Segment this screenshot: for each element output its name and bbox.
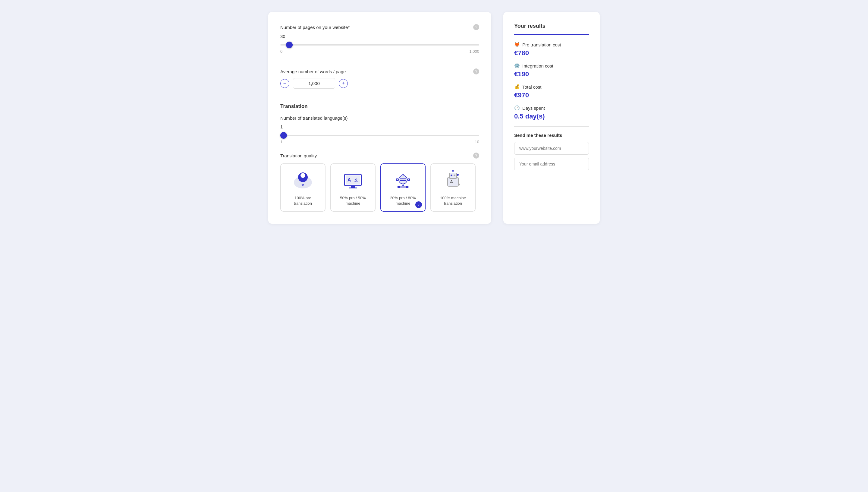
languages-max-label: 10 bbox=[475, 140, 479, 144]
languages-section-header: Number of translated language(s) bbox=[280, 116, 479, 121]
machine100-icon: A bbox=[441, 169, 465, 193]
pro-translation-text: Pro translation cost bbox=[522, 42, 561, 47]
divider-1 bbox=[280, 61, 479, 61]
results-title: Your results bbox=[514, 23, 589, 29]
email-input[interactable] bbox=[514, 158, 589, 170]
pages-help-icon[interactable]: ? bbox=[473, 24, 479, 30]
quality-cards-container: 100% pro translation A 文 bbox=[280, 164, 479, 212]
words-input[interactable] bbox=[293, 78, 335, 89]
pro100-label: 100% pro translation bbox=[286, 195, 320, 206]
pages-slider-limits: 0 1,000 bbox=[280, 49, 479, 54]
days-emoji: 🕐 bbox=[514, 105, 520, 110]
svg-rect-12 bbox=[396, 179, 398, 180]
days-result: 🕐 Days spent 0.5 day(s) bbox=[514, 105, 589, 120]
svg-point-28 bbox=[458, 183, 460, 186]
integration-value: €190 bbox=[514, 70, 589, 78]
integration-label: ⚙️ Integration cost bbox=[514, 63, 589, 69]
svg-rect-19 bbox=[399, 186, 407, 188]
languages-slider-limits: 1 10 bbox=[280, 140, 479, 144]
svg-text:文: 文 bbox=[354, 177, 358, 182]
svg-point-2 bbox=[301, 173, 305, 178]
svg-rect-15 bbox=[400, 180, 406, 181]
pro-translation-value: €780 bbox=[514, 49, 589, 57]
total-result: 💰 Total cost €970 bbox=[514, 84, 589, 99]
quality-label: Translation quality bbox=[280, 153, 317, 158]
svg-point-23 bbox=[454, 175, 455, 176]
svg-point-9 bbox=[399, 175, 407, 184]
words-stepper-row: − + bbox=[280, 78, 479, 89]
svg-point-27 bbox=[457, 174, 459, 176]
svg-rect-14 bbox=[400, 178, 406, 179]
quality-help-icon[interactable]: ? bbox=[473, 152, 479, 158]
send-results-label: Send me these results bbox=[514, 133, 589, 138]
svg-rect-21 bbox=[450, 173, 457, 178]
pro50-label: 50% pro / 50% machine bbox=[336, 195, 370, 206]
integration-result: ⚙️ Integration cost €190 bbox=[514, 63, 589, 78]
words-label: Average number of words / page bbox=[280, 69, 346, 74]
quality-card-pro20[interactable]: 20% pro / 80% machine ✓ bbox=[380, 164, 426, 212]
pro20-icon bbox=[391, 169, 415, 193]
total-text: Total cost bbox=[522, 84, 541, 90]
website-input[interactable] bbox=[514, 142, 589, 155]
quality-section-header: Translation quality ? bbox=[280, 152, 479, 158]
svg-text:A: A bbox=[450, 179, 453, 184]
pro-translation-emoji: 🦊 bbox=[514, 42, 520, 47]
main-panel: Number of pages on your website* ? 30 0 … bbox=[268, 12, 491, 224]
results-panel: Your results 🦊 Pro translation cost €780… bbox=[503, 12, 600, 224]
pro-translation-label: 🦊 Pro translation cost bbox=[514, 42, 589, 47]
pages-value: 30 bbox=[280, 34, 479, 39]
svg-rect-13 bbox=[408, 179, 410, 180]
quality-card-pro50[interactable]: A 文 50% pro / 50% machine bbox=[330, 164, 376, 212]
words-section-header: Average number of words / page ? bbox=[280, 69, 479, 74]
days-label: 🕐 Days spent bbox=[514, 105, 589, 110]
total-emoji: 💰 bbox=[514, 84, 520, 90]
pages-slider[interactable] bbox=[280, 44, 479, 46]
svg-rect-10 bbox=[402, 174, 404, 176]
results-bottom-divider bbox=[514, 126, 589, 127]
quality-card-pro100[interactable]: 100% pro translation bbox=[280, 164, 326, 212]
pages-min-label: 0 bbox=[280, 49, 282, 54]
pro100-icon bbox=[291, 169, 315, 193]
words-help-icon[interactable]: ? bbox=[473, 69, 479, 74]
total-value: €970 bbox=[514, 91, 589, 99]
languages-label: Number of translated language(s) bbox=[280, 116, 348, 121]
svg-point-25 bbox=[452, 170, 454, 172]
svg-rect-11 bbox=[402, 184, 404, 186]
svg-rect-8 bbox=[349, 188, 357, 189]
words-increment-button[interactable]: + bbox=[339, 79, 348, 88]
languages-slider-container: 1 10 bbox=[280, 132, 479, 144]
languages-value: 1 bbox=[280, 124, 479, 129]
languages-slider[interactable] bbox=[280, 135, 479, 136]
pages-label: Number of pages on your website* bbox=[280, 25, 350, 30]
pro20-checkmark: ✓ bbox=[415, 201, 422, 208]
pages-slider-container: 0 1,000 bbox=[280, 41, 479, 54]
quality-card-machine100[interactable]: A 100% machine translation bbox=[430, 164, 476, 212]
words-decrement-button[interactable]: − bbox=[280, 79, 289, 88]
days-value: 0.5 day(s) bbox=[514, 113, 589, 120]
integration-text: Integration cost bbox=[522, 63, 553, 69]
svg-text:A: A bbox=[348, 177, 351, 182]
total-label: 💰 Total cost bbox=[514, 84, 589, 90]
machine100-label: 100% machine translation bbox=[436, 195, 470, 206]
divider-2 bbox=[280, 96, 479, 96]
svg-point-22 bbox=[451, 175, 452, 176]
integration-emoji: ⚙️ bbox=[514, 63, 520, 69]
languages-min-label: 1 bbox=[280, 140, 282, 144]
pro50-icon: A 文 bbox=[341, 169, 365, 193]
pages-section-header: Number of pages on your website* ? bbox=[280, 24, 479, 30]
svg-rect-7 bbox=[351, 186, 355, 188]
pro20-label: 20% pro / 80% machine bbox=[386, 195, 420, 206]
translation-title: Translation bbox=[280, 103, 479, 109]
days-text: Days spent bbox=[522, 105, 545, 110]
results-top-divider bbox=[514, 34, 589, 35]
pages-max-label: 1,000 bbox=[469, 49, 479, 54]
pro-translation-result: 🦊 Pro translation cost €780 bbox=[514, 42, 589, 57]
